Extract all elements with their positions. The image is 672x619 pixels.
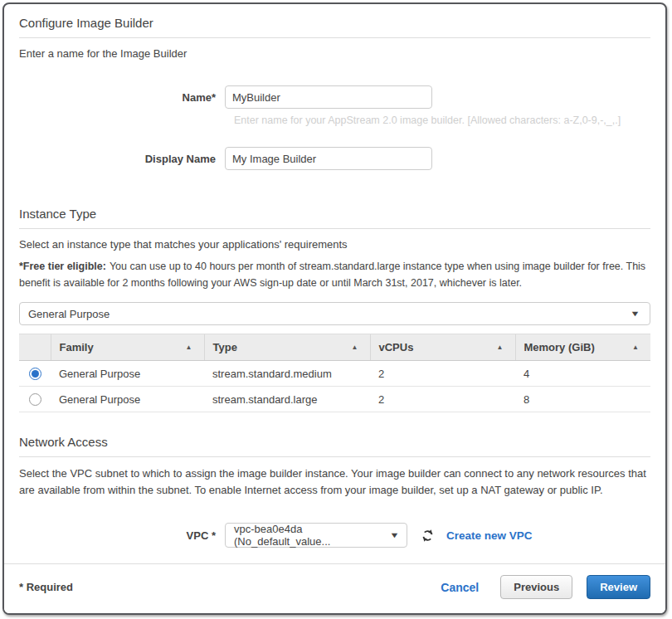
display-name-label: Display Name bbox=[19, 153, 225, 165]
instance-radio-selected[interactable] bbox=[29, 368, 41, 380]
column-header-vcpus[interactable]: vCPUs▲ bbox=[370, 334, 515, 361]
free-tier-text: You can use up to 40 hours per month of … bbox=[19, 261, 645, 289]
vpc-row: VPC * vpc-bea0e4da (No_default_value... … bbox=[19, 523, 650, 548]
refresh-vpc-button[interactable] bbox=[421, 529, 435, 543]
page-title: Configure Image Builder bbox=[19, 16, 650, 30]
cell-vcpus: 2 bbox=[370, 387, 515, 412]
cell-memory: 4 bbox=[515, 361, 650, 387]
cell-family: General Purpose bbox=[51, 387, 204, 412]
display-name-row: Display Name bbox=[19, 147, 650, 170]
column-header-type[interactable]: Type▲ bbox=[204, 334, 370, 361]
network-access-heading: Network Access bbox=[19, 435, 650, 449]
name-label: Name* bbox=[19, 91, 225, 104]
configure-image-builder-dialog: Configure Image Builder Enter a name for… bbox=[2, 2, 667, 615]
column-header-memory[interactable]: Memory (GiB)▲ bbox=[515, 334, 650, 361]
instance-family-select[interactable]: General Purpose ▼ bbox=[19, 302, 650, 325]
page-subtitle: Enter a name for the Image Builder bbox=[19, 47, 650, 60]
cancel-button[interactable]: Cancel bbox=[441, 581, 479, 594]
vpc-select[interactable]: vpc-bea0e4da (No_default_value... ▼ bbox=[225, 523, 407, 548]
review-button[interactable]: Review bbox=[587, 575, 650, 599]
cell-family: General Purpose bbox=[51, 361, 204, 387]
vpc-label: VPC * bbox=[19, 529, 225, 542]
name-input[interactable] bbox=[225, 85, 432, 109]
footer-bar: * Required Cancel Previous Review bbox=[4, 563, 665, 613]
radio-column-header bbox=[19, 334, 51, 361]
instance-type-divider bbox=[19, 228, 650, 229]
instance-family-select-value: General Purpose bbox=[28, 308, 110, 320]
sort-asc-icon: ▲ bbox=[186, 344, 192, 351]
instance-type-table: Family▲ Type▲ vCPUs▲ Memory (GiB)▲ bbox=[19, 334, 650, 412]
display-name-input[interactable] bbox=[225, 147, 432, 170]
table-header-row: Family▲ Type▲ vCPUs▲ Memory (GiB)▲ bbox=[19, 334, 650, 361]
name-row: Name* bbox=[19, 85, 650, 109]
table-row[interactable]: General Purpose stream.standard.medium 2… bbox=[19, 361, 650, 387]
create-new-vpc-link[interactable]: Create new VPC bbox=[446, 529, 533, 542]
free-tier-lead: *Free tier eligible: bbox=[19, 261, 106, 272]
column-header-family[interactable]: Family▲ bbox=[51, 334, 204, 361]
chevron-down-icon: ▼ bbox=[389, 531, 399, 539]
name-help-text: Enter name for your AppStream 2.0 image … bbox=[234, 115, 650, 126]
previous-button[interactable]: Previous bbox=[500, 575, 572, 599]
refresh-icon bbox=[421, 529, 435, 543]
header-divider bbox=[19, 37, 650, 38]
sort-asc-icon: ▲ bbox=[352, 344, 358, 351]
cell-type: stream.standard.medium bbox=[204, 361, 370, 387]
network-access-divider bbox=[19, 456, 650, 457]
required-note: * Required bbox=[19, 581, 73, 593]
vpc-select-value: vpc-bea0e4da (No_default_value... bbox=[234, 523, 391, 548]
sort-asc-icon: ▲ bbox=[632, 344, 639, 351]
cell-memory: 8 bbox=[515, 387, 650, 412]
instance-type-heading: Instance Type bbox=[19, 207, 650, 221]
cell-vcpus: 2 bbox=[370, 361, 515, 387]
instance-type-subtitle: Select an instance type that matches you… bbox=[19, 238, 650, 251]
table-row[interactable]: General Purpose stream.standard.large 2 … bbox=[19, 387, 650, 412]
free-tier-note: *Free tier eligible:You can use up to 40… bbox=[19, 258, 650, 291]
instance-radio-unselected[interactable] bbox=[29, 393, 41, 406]
chevron-down-icon: ▼ bbox=[630, 310, 640, 318]
sort-asc-icon: ▲ bbox=[497, 344, 504, 351]
cell-type: stream.standard.large bbox=[204, 387, 370, 412]
network-access-description: Select the VPC subnet to which to assign… bbox=[19, 465, 650, 499]
